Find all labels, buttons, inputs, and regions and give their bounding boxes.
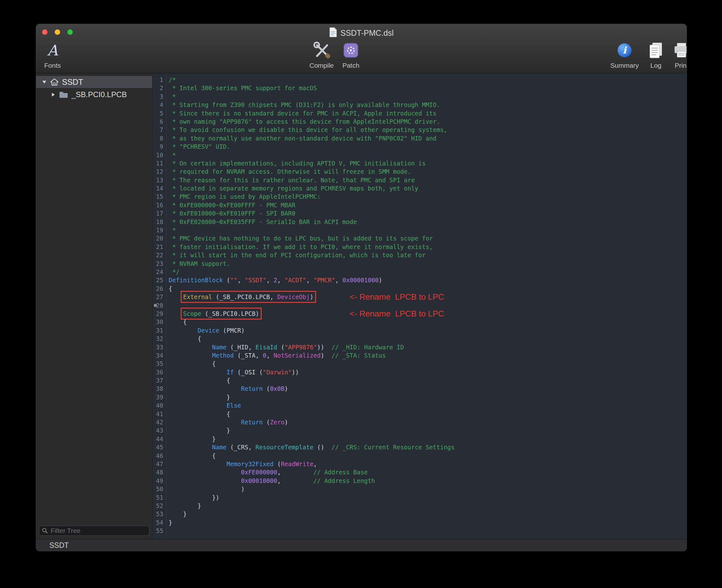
line-number: 51 <box>152 493 163 502</box>
filter-tree-field[interactable] <box>39 526 149 536</box>
line-number: 11 <box>152 159 163 167</box>
line-number: 23 <box>152 259 163 268</box>
line-number: 55 <box>152 527 163 535</box>
line-number: 1 <box>152 76 163 84</box>
line-number: 14 <box>152 184 163 192</box>
traffic-lights <box>42 29 73 35</box>
code-line: } <box>169 518 686 527</box>
line-number: 43 <box>152 426 163 435</box>
line-number: 45 <box>152 443 163 451</box>
compile-button[interactable]: Compile <box>306 41 337 69</box>
code-line: Device (PMCR) <box>169 326 686 335</box>
search-icon <box>42 528 48 534</box>
minimize-button[interactable] <box>55 29 60 35</box>
code-line: * PMC region is used by AppleIntelPCHPMC… <box>169 192 686 201</box>
filter-tree-input[interactable] <box>50 527 147 535</box>
patch-button[interactable]: Patch <box>338 41 364 69</box>
line-number: 35 <box>152 359 163 368</box>
sidebar-root-label: SSDT <box>62 78 83 87</box>
code-line: * NVRAM support. <box>169 259 686 268</box>
sidebar-child-label: _SB.PCI0.LPCB <box>71 90 127 99</box>
patch-label: Patch <box>342 62 359 69</box>
line-number: 13 <box>152 176 163 184</box>
code-line: } <box>169 393 686 401</box>
line-number: 25 <box>152 276 163 284</box>
code-editor[interactable]: 1234567891011121314151617181920212223242… <box>152 74 686 540</box>
code-line: * "PCHRESV" UID. <box>169 142 686 151</box>
line-number: 29 <box>152 310 163 318</box>
line-marker-dot <box>154 304 157 307</box>
code-line: * To avoid confusion we disable this dev… <box>169 126 686 134</box>
code-line: * faster initialisation. If we add it to… <box>169 243 686 251</box>
window-title: SSDT-PMC.dsl <box>340 28 394 38</box>
redbox-highlight: External (_SB_.PCI0.LPCB, DeviceObj) <box>183 293 314 300</box>
fonts-icon: A <box>47 43 58 58</box>
code-line: * as they normally use another non-stand… <box>169 134 686 142</box>
line-number: 8 <box>152 134 163 142</box>
log-button[interactable]: Log <box>645 41 666 69</box>
code-line: Else <box>169 401 686 410</box>
code-line: DefinitionBlock ("", "SSDT", 2, "ACDT", … <box>169 276 686 284</box>
line-number: 18 <box>152 218 163 226</box>
summary-button[interactable]: i Summary <box>611 41 638 69</box>
line-number: 7 <box>152 126 163 134</box>
line-number: 5 <box>152 109 163 118</box>
sidebar-item-ssdt[interactable]: SSDT <box>36 76 152 88</box>
code-line: * <box>169 92 686 101</box>
window-chrome: SSDT-PMC.dsl A Fonts Compile <box>36 24 686 74</box>
code-line: * Since there is no standard device for … <box>169 109 686 118</box>
zoom-button[interactable] <box>67 29 73 35</box>
code-line: 0x00010000, // Address Length <box>169 477 686 485</box>
fonts-label: Fonts <box>44 62 61 69</box>
disclosure-down-icon[interactable] <box>42 80 47 84</box>
code-line: Return (0x0B) <box>169 384 686 393</box>
sidebar-item-lpcb[interactable]: _SB.PCI0.LPCB <box>36 89 152 101</box>
code-line: * 0xFE010000~0xFE010FFF - SPI BAR0 <box>169 209 686 217</box>
code-line: { <box>169 376 686 384</box>
line-number: 24 <box>152 268 163 276</box>
code-line: * Starting from Z390 chipsets PMC (D31:F… <box>169 101 686 109</box>
line-number: 39 <box>152 393 163 401</box>
line-number: 3 <box>152 92 163 101</box>
line-number: 2 <box>152 84 163 92</box>
code-line: Method (_STA, 0, NotSerialized) // _STA:… <box>169 351 686 359</box>
code-line: { <box>169 359 686 368</box>
log-pages-icon <box>648 41 664 60</box>
code-line: Name (_CRS, ResourceTemplate () // _CRS:… <box>169 443 686 451</box>
fonts-button[interactable]: A Fonts <box>40 41 65 69</box>
line-number: 22 <box>152 251 163 259</box>
code-line: 0xFE000000, // Address Base <box>169 468 686 476</box>
code-line <box>169 301 686 310</box>
code-line: * <box>169 151 686 159</box>
code-line: /* <box>169 76 686 84</box>
code-line: * Intel 300-series PMC support for macOS <box>169 84 686 92</box>
line-number: 40 <box>152 401 163 410</box>
line-number: 41 <box>152 410 163 418</box>
disclosure-right-icon[interactable] <box>50 92 56 97</box>
print-button[interactable]: Print <box>671 41 687 69</box>
code-line: */ <box>169 268 686 276</box>
line-number: 37 <box>152 376 163 384</box>
line-number: 9 <box>152 142 163 151</box>
code-line: Return (Zero) <box>169 418 686 426</box>
code-line: } <box>169 435 686 443</box>
line-number: 53 <box>152 510 163 518</box>
code-line: * required for NVRAM access. Otherwise i… <box>169 167 686 176</box>
line-number: 15 <box>152 192 163 201</box>
line-number: 26 <box>152 285 163 293</box>
status-bar: SSDT <box>36 539 686 551</box>
window-title-area: SSDT-PMC.dsl <box>329 27 394 39</box>
code-line: } <box>169 510 686 518</box>
line-number: 4 <box>152 101 163 109</box>
print-icon <box>673 41 687 60</box>
code-line: * PMC device has nothing to do to LPC bu… <box>169 234 686 243</box>
line-number: 42 <box>152 418 163 426</box>
line-number: 44 <box>152 435 163 443</box>
line-number: 10 <box>152 151 163 159</box>
home-icon <box>50 78 59 86</box>
code-line: * <box>169 226 686 234</box>
close-button[interactable] <box>42 29 47 35</box>
app-window: SSDT-PMC.dsl A Fonts Compile <box>36 24 687 551</box>
document-icon <box>329 27 337 39</box>
code-line: * located in separate memory regions and… <box>169 184 686 192</box>
